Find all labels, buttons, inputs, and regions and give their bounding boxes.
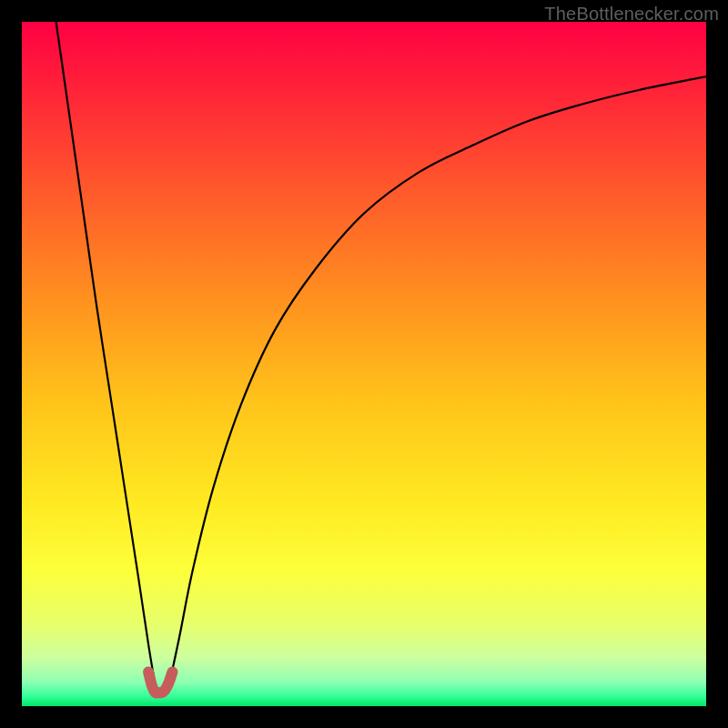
chart-svg	[22, 22, 706, 706]
plot-area	[22, 22, 706, 706]
gradient-background	[22, 22, 706, 706]
chart-frame: TheBottlenecker.com	[0, 0, 728, 728]
